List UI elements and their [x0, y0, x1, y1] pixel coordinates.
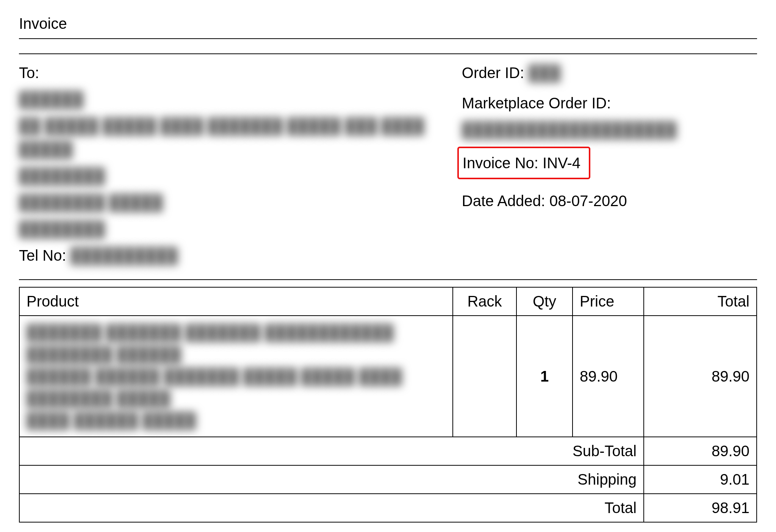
info-section: To: ██████ ██ █████ █████ ████ ███████ █…: [19, 61, 757, 270]
order-id-row: Order ID: ███: [462, 61, 757, 84]
shipping-label: Shipping: [19, 465, 644, 494]
product-line-4: ████ ██████ █████: [27, 409, 446, 431]
recipient-block: To: ██████ ██ █████ █████ ████ ███████ █…: [19, 61, 462, 270]
col-price: Price: [573, 287, 644, 316]
divider-before-table: [19, 279, 757, 280]
invoice-number-highlight: Invoice No: INV-4: [457, 147, 590, 179]
col-rack: Rack: [453, 287, 516, 316]
summary-row-subtotal: Sub-Total 89.90: [19, 437, 757, 465]
cell-product: ███████ ███████ ███████ ████████████ ███…: [19, 316, 453, 437]
order-meta-block: Order ID: ███ Marketplace Order ID: ████…: [462, 61, 757, 270]
total-label: Total: [19, 494, 644, 522]
table-header-row: Product Rack Qty Price Total: [19, 287, 757, 316]
tel-label: Tel No:: [19, 244, 66, 267]
marketplace-id-label: Marketplace Order ID:: [462, 91, 757, 115]
date-added-label: Date Added:: [462, 192, 545, 209]
summary-row-total: Total 98.91: [19, 494, 757, 522]
recipient-addr-line-4: ████████: [19, 217, 451, 241]
page-title: Invoice: [19, 15, 757, 32]
product-line-1: ███████ ███████ ███████ ████████████ ███…: [27, 321, 446, 365]
divider-top-2: [19, 53, 757, 54]
date-added-value: 08-07-2020: [549, 192, 627, 209]
order-id-value-redacted: ███: [528, 61, 560, 84]
cell-price: 89.90: [573, 316, 644, 437]
total-value: 98.91: [644, 494, 757, 522]
col-qty: Qty: [516, 287, 573, 316]
subtotal-value: 89.90: [644, 437, 757, 465]
cell-total: 89.90: [644, 316, 757, 437]
invoice-no-value: INV-4: [543, 155, 580, 171]
recipient-name-redacted: ██████: [19, 88, 451, 111]
recipient-addr-line-1: ██ █████ █████ ████ ███████ █████ ███ ██…: [19, 114, 451, 161]
product-line-2: ██████ ██████ ███████ █████ █████ ████: [27, 365, 446, 387]
tel-value-redacted: ██████████: [70, 244, 178, 267]
line-items-table: Product Rack Qty Price Total ███████ ███…: [19, 287, 757, 523]
table-row: ███████ ███████ ███████ ████████████ ███…: [19, 316, 757, 437]
recipient-addr-line-2: ████████: [19, 164, 451, 188]
date-added-row: Date Added: 08-07-2020: [462, 189, 757, 213]
invoice-page: Invoice To: ██████ ██ █████ █████ ████ █…: [0, 0, 776, 532]
to-label: To:: [19, 61, 451, 84]
cell-qty: 1: [516, 316, 573, 437]
invoice-no-label: Invoice No:: [463, 155, 538, 171]
order-id-label: Order ID:: [462, 61, 524, 84]
summary-row-shipping: Shipping 9.01: [19, 465, 757, 494]
tel-row: Tel No: ██████████: [19, 244, 451, 267]
divider-top-1: [19, 38, 757, 39]
marketplace-id-value-redacted: ████████████████████: [462, 118, 757, 141]
col-total: Total: [644, 287, 757, 316]
subtotal-label: Sub-Total: [19, 437, 644, 465]
cell-rack: [453, 316, 516, 437]
col-product: Product: [19, 287, 453, 316]
shipping-value: 9.01: [644, 465, 757, 494]
product-line-3: ████████ █████: [27, 387, 446, 409]
recipient-addr-line-3: ████████ █████: [19, 191, 451, 214]
